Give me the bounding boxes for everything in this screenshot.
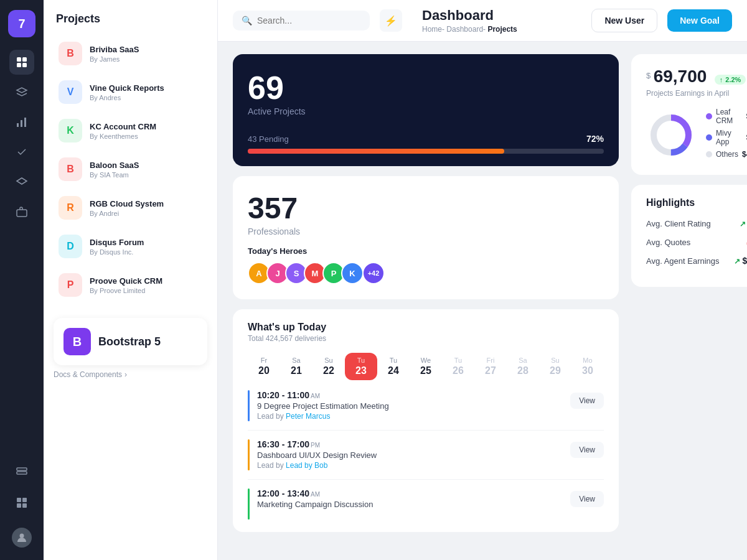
nav-icon-check[interactable] bbox=[9, 139, 34, 164]
main-area: 🔍 ⚡ Dashboard Home- Dashboard- Projects … bbox=[218, 0, 747, 560]
project-item[interactable]: B Briviba SaaS By James bbox=[54, 35, 207, 72]
cal-day-name: Su bbox=[324, 357, 332, 364]
nav-user-bottom[interactable] bbox=[9, 525, 34, 550]
filter-button[interactable]: ⚡ bbox=[380, 9, 402, 32]
svg-rect-10 bbox=[17, 498, 21, 502]
cal-day-name: We bbox=[421, 357, 431, 364]
project-logo: P bbox=[59, 273, 82, 297]
nav-avatar[interactable]: 7 bbox=[8, 10, 35, 37]
highlights-title: Highlights bbox=[646, 197, 747, 208]
event-title: Marketing Campaign Discussion bbox=[257, 500, 563, 509]
project-info: Vine Quick Reports By Andres bbox=[90, 83, 202, 101]
active-projects-label: Active Projects bbox=[248, 106, 604, 116]
project-logo: B bbox=[59, 42, 82, 65]
calendar-day[interactable]: Mo30 bbox=[571, 353, 604, 380]
header: 🔍 ⚡ Dashboard Home- Dashboard- Projects … bbox=[218, 0, 747, 42]
search-icon: 🔍 bbox=[242, 16, 252, 26]
breadcrumb-current: Projects bbox=[487, 25, 517, 34]
calendar-day[interactable]: Fr20 bbox=[248, 353, 280, 380]
nav-icon-briefcase[interactable] bbox=[9, 199, 34, 224]
sidebar-title: Projects bbox=[54, 12, 207, 26]
nav-icon-grid2[interactable] bbox=[9, 490, 34, 515]
highlight-label: Avg. Agent Earnings bbox=[646, 256, 734, 266]
svg-rect-4 bbox=[17, 123, 19, 127]
cal-day-name: Tu bbox=[357, 357, 365, 364]
project-item[interactable]: V Vine Quick Reports By Andres bbox=[54, 74, 207, 110]
cal-day-num: 23 bbox=[355, 365, 367, 376]
nav-icon-stack[interactable] bbox=[9, 169, 34, 194]
svg-rect-8 bbox=[17, 468, 27, 470]
project-info: Proove Quick CRM By Proove Limited bbox=[90, 276, 202, 294]
docs-link[interactable]: Docs & Components › bbox=[54, 370, 207, 379]
svg-rect-12 bbox=[17, 503, 21, 508]
project-by: By Disqus Inc. bbox=[90, 248, 202, 256]
event-item: 12:00 - 13:40AM Marketing Campaign Discu… bbox=[248, 488, 604, 520]
highlight-row: Avg. Quotes ↙730 bbox=[646, 237, 747, 247]
event-view-button[interactable]: View bbox=[570, 393, 604, 409]
highlights-rows: Avg. Client Rating ↗7.810 Avg. Quotes ↙7… bbox=[646, 218, 747, 266]
search-input[interactable] bbox=[257, 16, 361, 26]
project-name: Vine Quick Reports bbox=[90, 83, 202, 93]
project-by: By Keenthemes bbox=[90, 133, 202, 140]
project-info: Baloon SaaS By SIA Team bbox=[90, 161, 202, 179]
highlight-label: Avg. Quotes bbox=[646, 238, 746, 247]
calendar-row: Fr20Sa21Su22Tu23Tu24We25Tu26Fri27Sa28Su2… bbox=[248, 353, 604, 380]
active-projects-card: 69 Active Projects 43 Pending 72% bbox=[233, 54, 619, 166]
arrow-up-icon: ↗ bbox=[734, 257, 740, 266]
event-lead-link[interactable]: Lead by Bob bbox=[286, 461, 327, 470]
calendar-day[interactable]: Tu23 bbox=[345, 353, 377, 380]
project-item[interactable]: K KC Account CRM By Keenthemes bbox=[54, 113, 207, 149]
breadcrumb-dashboard: Dashboard- bbox=[446, 25, 486, 34]
professionals-number: 357 bbox=[248, 191, 604, 225]
cal-day-name: Tu bbox=[390, 357, 397, 364]
event-view-button[interactable]: View bbox=[570, 491, 604, 507]
legend-dot bbox=[706, 134, 712, 141]
breadcrumb: Home- Dashboard- Projects bbox=[422, 25, 581, 34]
heroes-section: Today's Heroes AJSMPK+42 bbox=[248, 246, 604, 284]
cal-day-num: 22 bbox=[323, 365, 334, 376]
calendar-day[interactable]: Tu26 bbox=[442, 353, 474, 380]
new-user-button[interactable]: New User bbox=[591, 9, 657, 32]
event-content: 12:00 - 13:40AM Marketing Campaign Discu… bbox=[257, 488, 563, 520]
project-logo: B bbox=[59, 157, 82, 181]
project-item[interactable]: R RGB Cloud System By Andrei bbox=[54, 190, 207, 226]
cal-day-name: Fr bbox=[261, 357, 267, 364]
project-info: RGB Cloud System By Andrei bbox=[90, 199, 202, 217]
hero-avatar: K bbox=[341, 262, 364, 284]
progress-bar bbox=[248, 149, 604, 154]
event-lead-link[interactable]: Peter Marcus bbox=[286, 412, 330, 421]
calendar-day[interactable]: We25 bbox=[410, 353, 442, 380]
project-item[interactable]: B Baloon SaaS By SIA Team bbox=[54, 151, 207, 187]
highlight-row: Avg. Client Rating ↗7.810 bbox=[646, 218, 747, 228]
nav-icon-dashboard[interactable] bbox=[9, 50, 34, 75]
project-item[interactable]: P Proove Quick CRM By Proove Limited bbox=[54, 267, 207, 303]
event-view-button[interactable]: View bbox=[570, 442, 604, 458]
cal-day-num: 29 bbox=[550, 365, 561, 376]
legend: Leaf CRM $7,660 Mivy App $2,820 Others $… bbox=[706, 108, 747, 162]
cal-day-num: 20 bbox=[258, 365, 270, 376]
nav-icon-layers[interactable] bbox=[9, 80, 34, 105]
calendar-day[interactable]: Su22 bbox=[312, 353, 345, 380]
calendar-day[interactable]: Fri27 bbox=[474, 353, 507, 380]
calendar-day[interactable]: Su29 bbox=[539, 353, 571, 380]
svg-rect-1 bbox=[22, 57, 27, 62]
projects-list: B Briviba SaaS By James V Vine Quick Rep… bbox=[54, 35, 207, 303]
legend-value: $45,257 bbox=[742, 150, 747, 159]
nav-icon-tag[interactable] bbox=[9, 460, 34, 485]
cal-day-num: 28 bbox=[517, 365, 529, 376]
nav-icon-chart[interactable] bbox=[9, 110, 34, 134]
event-title: Dashboard UI/UX Design Review bbox=[257, 450, 563, 460]
calendar-day[interactable]: Sa28 bbox=[507, 353, 539, 380]
search-box[interactable]: 🔍 bbox=[233, 11, 370, 30]
cal-day-num: 26 bbox=[453, 365, 464, 376]
event-bar bbox=[248, 439, 250, 470]
calendar-day[interactable]: Tu24 bbox=[377, 353, 410, 380]
calendar-day[interactable]: Sa21 bbox=[280, 353, 312, 380]
project-name: Briviba SaaS bbox=[90, 45, 202, 54]
project-item[interactable]: D Disqus Forum By Disqus Inc. bbox=[54, 228, 207, 264]
active-projects-bottom: 43 Pending 72% bbox=[248, 134, 604, 144]
project-logo: K bbox=[59, 119, 82, 142]
svg-rect-11 bbox=[22, 498, 27, 502]
new-goal-button[interactable]: New Goal bbox=[667, 9, 732, 32]
project-name: Baloon SaaS bbox=[90, 161, 202, 170]
